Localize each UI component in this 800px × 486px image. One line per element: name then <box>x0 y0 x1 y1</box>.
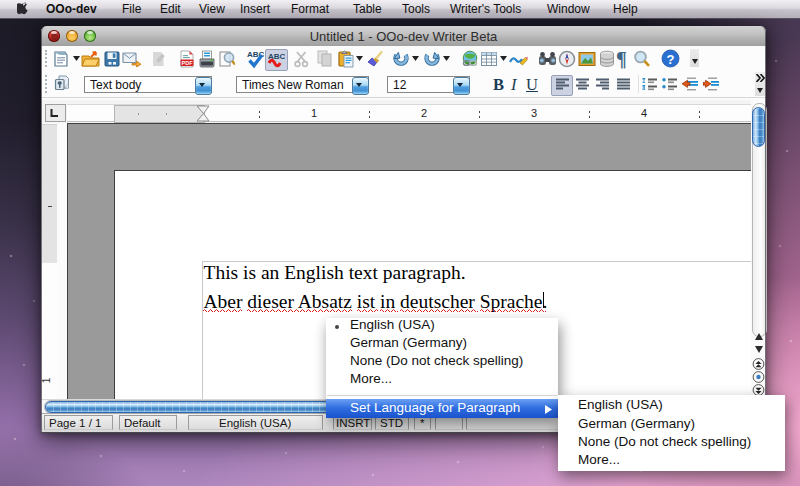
svg-text:?: ? <box>667 52 675 67</box>
svg-text:PDF: PDF <box>182 60 194 66</box>
svg-text:¶: ¶ <box>616 49 627 69</box>
